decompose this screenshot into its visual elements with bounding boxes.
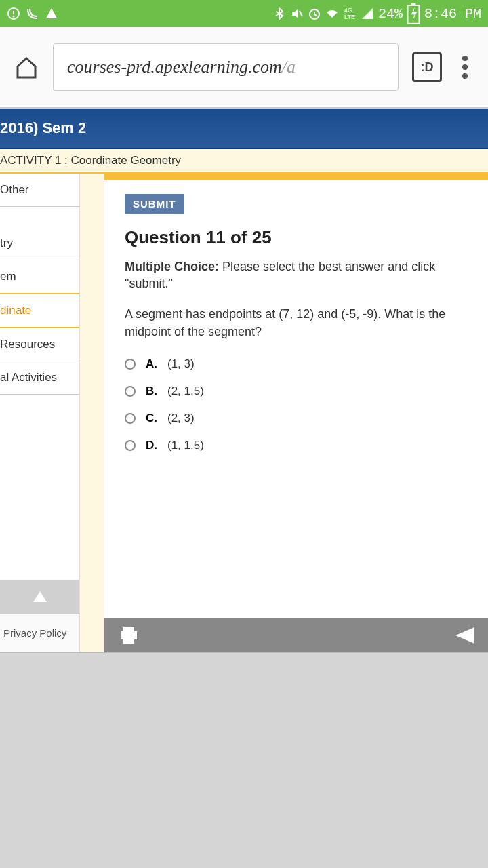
content-area: Other try em dinate Resources al Activit… bbox=[0, 174, 488, 652]
radio-a[interactable] bbox=[125, 359, 136, 370]
up-arrow-icon bbox=[33, 591, 47, 602]
quiz-bottom-bar bbox=[104, 618, 488, 652]
battery-icon bbox=[407, 7, 420, 20]
quiz-content: SUBMIT Question 11 of 25 Multiple Choice… bbox=[104, 180, 488, 618]
submit-button[interactable]: SUBMIT bbox=[125, 194, 184, 214]
svg-rect-6 bbox=[123, 627, 134, 631]
home-button[interactable] bbox=[14, 54, 39, 80]
course-title: 2016) Sem 2 bbox=[0, 119, 86, 137]
answer-text: (2, 3) bbox=[167, 412, 195, 425]
sidebar-item-activities[interactable]: al Activities bbox=[0, 361, 79, 395]
prev-arrow-icon[interactable] bbox=[455, 627, 474, 644]
radio-c[interactable] bbox=[125, 413, 136, 424]
svg-rect-8 bbox=[123, 638, 134, 644]
clock-time: 8:46 PM bbox=[424, 6, 481, 22]
alarm-icon bbox=[308, 7, 321, 20]
question-type-label: Multiple Choice: bbox=[125, 260, 219, 273]
answer-letter: A. bbox=[146, 357, 157, 371]
empty-area bbox=[0, 652, 488, 868]
radio-b[interactable] bbox=[125, 386, 136, 397]
activity-bar: ACTIVITY 1 : Coordinate Geometry bbox=[0, 149, 488, 174]
answer-letter: D. bbox=[146, 439, 157, 452]
answer-option-c[interactable]: C. (2, 3) bbox=[125, 412, 468, 425]
warning-icon bbox=[45, 7, 58, 20]
url-domain: courses-prd.apexlearning.com bbox=[67, 57, 282, 77]
scroll-up-button[interactable] bbox=[0, 580, 79, 614]
battery-percent: 24% bbox=[378, 6, 403, 22]
answer-letter: C. bbox=[146, 412, 157, 425]
print-button[interactable] bbox=[118, 626, 140, 645]
network-icon: 4GLTE bbox=[343, 7, 357, 20]
status-left-icons bbox=[7, 7, 58, 20]
activity-title: ACTIVITY 1 : Coordinate Geometry bbox=[0, 154, 181, 167]
main-panel: SUBMIT Question 11 of 25 Multiple Choice… bbox=[104, 174, 488, 652]
answer-text: (1, 1.5) bbox=[167, 439, 204, 452]
call-icon bbox=[26, 7, 39, 20]
status-right-icons: 4GLTE 24% 8:46 PM bbox=[272, 6, 481, 22]
tab-switcher[interactable]: :D bbox=[412, 52, 442, 82]
answer-letter: B. bbox=[146, 384, 157, 398]
sidebar-item-em[interactable]: em bbox=[0, 260, 27, 293]
answer-text: (2, 1.5) bbox=[167, 384, 204, 398]
answer-text: (1, 3) bbox=[167, 357, 195, 371]
mute-icon bbox=[290, 7, 304, 20]
panel-accent-bar bbox=[104, 174, 488, 180]
sidebar-item-other[interactable]: Other bbox=[0, 174, 79, 207]
answer-option-a[interactable]: A. (1, 3) bbox=[125, 357, 468, 371]
wifi-icon bbox=[325, 7, 339, 20]
signal-icon bbox=[361, 7, 374, 20]
more-menu-button[interactable] bbox=[455, 56, 474, 79]
sidebar: Other try em dinate Resources al Activit… bbox=[0, 174, 80, 652]
svg-rect-5 bbox=[411, 3, 416, 5]
answer-option-b[interactable]: B. (2, 1.5) bbox=[125, 384, 468, 398]
android-status-bar: 4GLTE 24% 8:46 PM bbox=[0, 0, 488, 27]
answer-option-d[interactable]: D. (1, 1.5) bbox=[125, 439, 468, 452]
url-path: /a bbox=[282, 57, 296, 77]
radio-d[interactable] bbox=[125, 440, 136, 451]
bluetooth-icon bbox=[272, 7, 286, 20]
url-bar[interactable]: courses-prd.apexlearning.com/a bbox=[53, 43, 399, 91]
browser-toolbar: courses-prd.apexlearning.com/a :D bbox=[0, 27, 488, 108]
svg-rect-4 bbox=[408, 5, 420, 24]
privacy-policy-link[interactable]: Privacy Policy bbox=[0, 614, 79, 652]
sidebar-item-coordinate[interactable]: dinate bbox=[0, 293, 79, 328]
svg-point-1 bbox=[13, 16, 15, 18]
notification-icon bbox=[7, 7, 20, 20]
question-instructions: Multiple Choice: Please select the best … bbox=[125, 258, 468, 292]
sidebar-item-resources[interactable]: Resources bbox=[0, 328, 79, 361]
svg-line-2 bbox=[300, 11, 302, 16]
course-header: 2016) Sem 2 bbox=[0, 108, 488, 149]
sidebar-item-try[interactable]: try bbox=[0, 227, 79, 260]
question-number: Question 11 of 25 bbox=[125, 227, 468, 248]
question-text: A segment has endpoints at (7, 12) and (… bbox=[125, 306, 468, 340]
